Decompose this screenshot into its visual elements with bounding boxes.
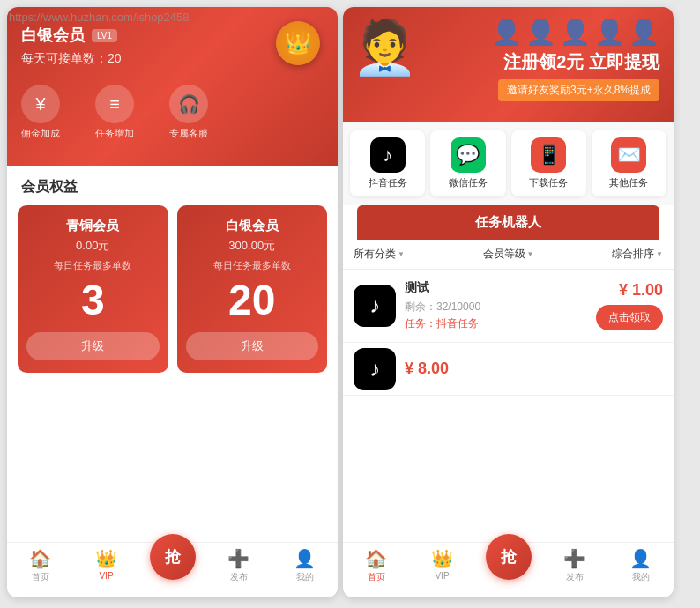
right-publish-icon: ➕ — [563, 548, 585, 569]
home-icon: 🏠 — [29, 548, 51, 569]
bronze-upgrade-button[interactable]: 升级 — [26, 332, 160, 360]
right-phone: 🧑‍💼 👤👤👤👤👤 注册领2元 立即提现 邀请好友奖励3元+永久8%提成 ♪ 抖… — [343, 7, 674, 597]
right-home-label: 首页 — [368, 571, 385, 583]
right-bottom-nav: 🏠 首页 👑 VIP 抢 ➕ 发布 👤 我的 — [343, 542, 674, 597]
task-1-type: 任务：抖音任务 — [405, 316, 587, 331]
vip-label: VIP — [99, 571, 113, 581]
other-cat-label: 其他任务 — [609, 176, 648, 189]
silver-price: 300.00元 — [186, 238, 319, 254]
task-1-claim-button[interactable]: 点击领取 — [596, 305, 663, 330]
task-cat-wechat[interactable]: 💬 微信任务 — [430, 130, 505, 196]
task-cat-download[interactable]: 📱 下载任务 — [511, 130, 586, 196]
right-home-icon: 🏠 — [365, 548, 387, 569]
right-grab-button[interactable]: 抢 — [486, 534, 532, 580]
filter-row: 所有分类 会员等级 综合排序 — [343, 240, 674, 270]
promo-illustration: 🧑‍💼 — [352, 16, 418, 78]
silver-upgrade-button[interactable]: 升级 — [186, 332, 319, 360]
grab-button[interactable]: 抢 — [150, 534, 196, 580]
bronze-card: 青铜会员 0.00元 每日任务最多单数 3 升级 — [18, 205, 168, 373]
task-1-info: 测试 剩余：32/10000 任务：抖音任务 — [405, 280, 587, 331]
task-add-icon: ≡ — [95, 85, 134, 123]
member-title: 白银会员 — [21, 25, 85, 46]
left-nav-vip[interactable]: 👑 VIP — [73, 548, 139, 594]
task-2-app-icon: ♪ — [354, 348, 396, 390]
left-nav-mine[interactable]: 👤 我的 — [272, 548, 338, 594]
home-label: 首页 — [32, 571, 49, 583]
task-add-label: 任务增加 — [95, 127, 134, 140]
right-nav-vip[interactable]: 👑 VIP — [409, 548, 475, 594]
bronze-price: 0.00元 — [26, 238, 160, 254]
right-nav-mine[interactable]: 👤 我的 — [607, 548, 674, 594]
right-nav-publish[interactable]: ➕ 发布 — [541, 548, 607, 594]
wechat-cat-icon: 💬 — [451, 137, 486, 173]
customer-service-label: 专属客服 — [169, 127, 208, 140]
task-1-remain: 剩余：32/10000 — [405, 300, 587, 315]
right-mine-label: 我的 — [632, 571, 650, 583]
customer-service-btn[interactable]: 🎧 专属客服 — [169, 85, 208, 140]
left-header: 白银会员 LV1 每天可接单数：20 👑 ¥ 佣金加成 ≡ 任务增加 🎧 专属客… — [7, 7, 338, 166]
right-header: 🧑‍💼 👤👤👤👤👤 注册领2元 立即提现 邀请好友奖励3元+永久8%提成 — [343, 7, 674, 122]
benefits-grid: 青铜会员 0.00元 每日任务最多单数 3 升级 白银会员 300.00元 每日… — [7, 205, 338, 373]
filter-sort[interactable]: 综合排序 — [612, 247, 663, 262]
task-2-price: ¥ 8.00 — [405, 360, 663, 378]
task-1-app-icon: ♪ — [354, 285, 396, 327]
task-1-name: 测试 — [405, 280, 587, 296]
task-1-price: ¥ 1.00 — [619, 281, 663, 300]
tiktok-cat-label: 抖音任务 — [369, 176, 407, 189]
vip-icon: 👑 — [95, 548, 117, 569]
header-icons: ¥ 佣金加成 ≡ 任务增加 🎧 专属客服 — [21, 85, 324, 140]
filter-level[interactable]: 会员等级 — [483, 247, 534, 262]
benefits-title: 会员权益 — [7, 166, 338, 205]
robot-section: 任务机器人 — [343, 205, 674, 240]
crown-icon: 👑 — [276, 21, 320, 65]
left-nav-home[interactable]: 🏠 首页 — [7, 548, 73, 594]
wechat-cat-label: 微信任务 — [449, 176, 488, 189]
bronze-number: 3 — [26, 279, 160, 322]
task-cat-other[interactable]: ✉️ 其他任务 — [592, 130, 666, 196]
task-add-btn[interactable]: ≡ 任务增加 — [95, 85, 134, 140]
silver-title: 白银会员 — [186, 218, 319, 234]
task-1-right: ¥ 1.00 点击领取 — [596, 281, 663, 330]
right-vip-icon: 👑 — [431, 548, 453, 569]
task-item-1: ♪ 测试 剩余：32/10000 任务：抖音任务 ¥ 1.00 点击领取 — [343, 270, 674, 343]
commission-btn[interactable]: ¥ 佣金加成 — [21, 85, 60, 140]
left-phone: 白银会员 LV1 每天可接单数：20 👑 ¥ 佣金加成 ≡ 任务增加 🎧 专属客… — [7, 7, 338, 597]
publish-icon: ➕ — [227, 548, 249, 569]
level-badge: LV1 — [92, 29, 117, 42]
tiktok-cat-icon: ♪ — [370, 137, 406, 173]
bronze-title: 青铜会员 — [26, 218, 160, 234]
filter-category[interactable]: 所有分类 — [354, 247, 405, 262]
right-vip-label: VIP — [435, 571, 449, 581]
left-nav-publish[interactable]: ➕ 发布 — [205, 548, 272, 594]
task-categories: ♪ 抖音任务 💬 微信任务 📱 下载任务 ✉️ 其他任务 — [343, 122, 674, 205]
download-cat-label: 下载任务 — [529, 176, 568, 189]
silver-desc: 每日任务最多单数 — [186, 259, 319, 272]
right-grab-label: 抢 — [501, 546, 517, 567]
left-bottom-nav: 🏠 首页 👑 VIP 抢 ➕ 发布 👤 我的 — [7, 542, 338, 597]
left-nav-grab[interactable]: 抢 — [139, 548, 205, 594]
bronze-desc: 每日任务最多单数 — [26, 259, 160, 272]
customer-service-icon: 🎧 — [169, 85, 208, 123]
right-publish-label: 发布 — [566, 571, 584, 583]
task-cat-tiktok[interactable]: ♪ 抖音任务 — [350, 130, 425, 196]
right-content: ♪ 测试 剩余：32/10000 任务：抖音任务 ¥ 1.00 点击领取 ♪ ¥… — [343, 270, 674, 542]
right-mine-icon: 👤 — [629, 548, 652, 569]
download-cat-icon: 📱 — [531, 137, 566, 173]
right-nav-home[interactable]: 🏠 首页 — [343, 548, 409, 594]
mine-icon: 👤 — [294, 548, 316, 569]
task-item-2: ♪ ¥ 8.00 — [343, 343, 674, 396]
publish-label: 发布 — [230, 571, 248, 583]
silver-card: 白银会员 300.00元 每日任务最多单数 20 升级 — [177, 205, 328, 373]
promo-subtitle: 邀请好友奖励3元+永久8%提成 — [498, 79, 659, 101]
task-2-info: ¥ 8.00 — [405, 360, 663, 378]
robot-header: 任务机器人 — [357, 205, 659, 240]
right-nav-grab[interactable]: 抢 — [475, 548, 541, 594]
commission-label: 佣金加成 — [21, 127, 60, 140]
mine-label: 我的 — [296, 571, 314, 583]
grab-label: 抢 — [165, 546, 181, 567]
commission-icon: ¥ — [21, 85, 60, 123]
other-cat-icon: ✉️ — [611, 137, 646, 173]
left-content: 会员权益 青铜会员 0.00元 每日任务最多单数 3 升级 白银会员 300.0… — [7, 166, 338, 542]
silver-number: 20 — [186, 279, 319, 322]
